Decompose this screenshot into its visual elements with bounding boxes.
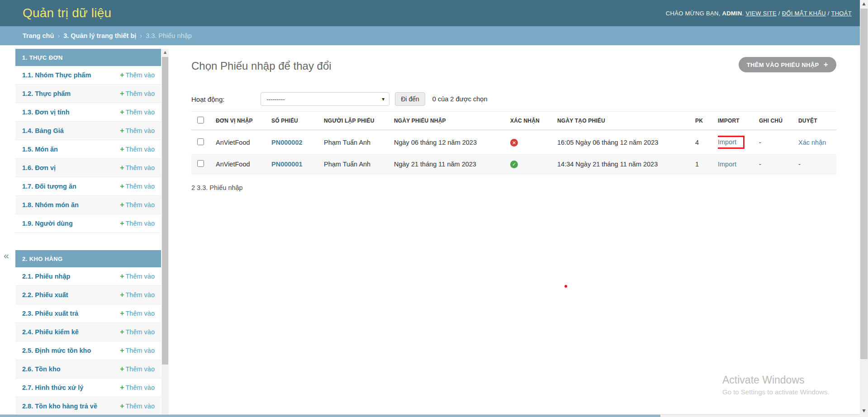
sidebar-add-link[interactable]: +Thêm vào bbox=[120, 90, 155, 98]
sidebar-item-link[interactable]: 1.8. Nhóm món ăn bbox=[22, 201, 79, 208]
sidebar-add-link[interactable]: +Thêm vào bbox=[120, 71, 155, 79]
logout-link[interactable]: THOÁT bbox=[831, 10, 852, 17]
sidebar-add-link[interactable]: +Thêm vào bbox=[120, 145, 155, 153]
sidebar-add-link[interactable]: +Thêm vào bbox=[120, 346, 155, 355]
sidebar-item: 2.3. Phiếu xuất trả +Thêm vào bbox=[15, 304, 161, 323]
plus-icon: + bbox=[120, 328, 124, 336]
cell-pk: 1 bbox=[695, 155, 718, 174]
sidebar-item: 2.8. Tồn kho hàng trả về +Thêm vào bbox=[15, 397, 161, 416]
sidebar-add-link[interactable]: +Thêm vào bbox=[120, 219, 155, 227]
sidebar-item-link[interactable]: 1.6. Đơn vị bbox=[22, 164, 56, 171]
sidebar-item-link[interactable]: 1.1. Nhóm Thực phẩm bbox=[22, 71, 91, 79]
plus-icon: + bbox=[120, 127, 124, 134]
breadcrumb-separator: › bbox=[57, 32, 60, 39]
add-phieu-nhap-button[interactable]: THÊM VÀO PHIẾU NHẬP + bbox=[739, 57, 836, 72]
sidebar-scrollbar[interactable]: ▲ bbox=[161, 49, 169, 414]
select-all-checkbox[interactable] bbox=[197, 117, 204, 123]
plus-icon: + bbox=[120, 272, 124, 280]
sidebar-scrollbar-thumb[interactable] bbox=[162, 57, 168, 365]
sidebar-add-link[interactable]: +Thêm vào bbox=[120, 182, 155, 190]
sidebar-section-kho-hang[interactable]: 2. KHO HÀNG bbox=[15, 250, 161, 267]
view-site-link[interactable]: VIEW SITE bbox=[745, 10, 776, 17]
breadcrumb-current: 3.3. Phiếu nhập bbox=[146, 32, 192, 39]
sidebar-item-link[interactable]: 1.4. Bảng Giá bbox=[22, 127, 64, 134]
separator: / bbox=[778, 10, 780, 17]
page-horizontal-scrollbar[interactable] bbox=[0, 414, 860, 417]
page-vertical-scrollbar[interactable]: ▲ ▼ bbox=[860, 0, 868, 414]
sidebar-add-link[interactable]: +Thêm vào bbox=[120, 164, 155, 172]
sidebar-item-link[interactable]: 2.8. Tồn kho hàng trả về bbox=[22, 403, 97, 410]
sidebar-item-link[interactable]: 2.5. Định mức tồn kho bbox=[22, 347, 91, 354]
row-checkbox[interactable] bbox=[197, 160, 204, 167]
sidebar-item: 2.7. Hình thức xử lý +Thêm vào bbox=[15, 379, 161, 397]
result-count-footer: 2 3.3. Phiếu nhập bbox=[191, 184, 860, 191]
sidebar-item: 1.7. Đối tượng ăn +Thêm vào bbox=[15, 177, 161, 196]
sidebar-add-link[interactable]: +Thêm vào bbox=[120, 272, 155, 280]
sidebar-item: 2.1. Phiếu nhập +Thêm vào bbox=[15, 267, 161, 286]
sidebar-add-link[interactable]: +Thêm vào bbox=[120, 384, 155, 392]
xac-nhan-link[interactable]: Xác nhận bbox=[798, 139, 826, 146]
sidebar-add-link[interactable]: +Thêm vào bbox=[120, 127, 155, 135]
breadcrumb-home-link[interactable]: Trang chủ bbox=[23, 32, 54, 39]
plus-icon: + bbox=[120, 365, 124, 373]
sidebar-add-link[interactable]: +Thêm vào bbox=[120, 328, 155, 336]
sidebar-item-link[interactable]: 2.4. Phiếu kiểm kê bbox=[22, 328, 79, 336]
sidebar-item-link[interactable]: 1.5. Món ăn bbox=[22, 146, 58, 153]
sidebar-item-link[interactable]: 2.7. Hình thức xử lý bbox=[22, 384, 83, 391]
import-link[interactable]: Import bbox=[718, 138, 736, 146]
col-xac-nhan[interactable]: XÁC NHẬN bbox=[510, 112, 557, 130]
chevron-down-icon: ▾ bbox=[382, 96, 384, 102]
sidebar-add-link[interactable]: +Thêm vào bbox=[120, 309, 155, 317]
sidebar-add-link[interactable]: +Thêm vào bbox=[120, 108, 155, 116]
plus-icon: + bbox=[120, 182, 124, 190]
cell-pk: 4 bbox=[695, 130, 718, 155]
col-ghi-chu[interactable]: GHI CHÚ bbox=[759, 112, 798, 130]
col-duyet[interactable]: DUYỆT bbox=[798, 112, 836, 130]
cell-nguoi-lap-phieu: Phạm Tuấn Anh bbox=[324, 155, 394, 174]
scroll-down-icon[interactable]: ▼ bbox=[860, 407, 868, 414]
scroll-up-icon[interactable]: ▲ bbox=[860, 0, 868, 7]
sidebar-item-link[interactable]: 1.9. Người dùng bbox=[22, 220, 73, 227]
table-row: AnVietFood PN000002 Phạm Tuấn Anh Ngày 0… bbox=[191, 130, 836, 155]
col-import[interactable]: IMPORT bbox=[718, 112, 759, 130]
change-password-link[interactable]: ĐỔI MẬT KHẨU bbox=[782, 10, 826, 17]
col-so-phieu[interactable]: SỐ PHIẾU bbox=[271, 112, 324, 130]
so-phieu-link[interactable]: PN000001 bbox=[271, 161, 303, 168]
plus-icon: + bbox=[120, 402, 124, 410]
sidebar-add-link[interactable]: +Thêm vào bbox=[120, 291, 155, 299]
vertical-scrollbar-thumb[interactable] bbox=[860, 9, 868, 359]
sidebar: 1. THỰC ĐƠN 1.1. Nhóm Thực phẩm +Thêm và… bbox=[15, 49, 161, 416]
col-ngay-tao-phieu[interactable]: NGÀY TẠO PHIẾU bbox=[557, 112, 695, 130]
col-ngay-phieu-nhap[interactable]: NGÀY PHIẾU NHẬP bbox=[394, 112, 510, 130]
sidebar-item-link[interactable]: 2.1. Phiếu nhập bbox=[22, 273, 70, 280]
sidebar-add-link[interactable]: +Thêm vào bbox=[120, 402, 155, 410]
breadcrumb-section-link[interactable]: 3. Quản lý trang thiết bị bbox=[63, 32, 136, 39]
action-select[interactable]: --------- ▾ bbox=[261, 92, 389, 106]
col-nguoi-lap-phieu[interactable]: NGƯỜI LẬP PHIẾU bbox=[324, 112, 394, 130]
scroll-up-icon[interactable]: ▲ bbox=[161, 49, 169, 56]
sidebar-item: 2.6. Tồn kho +Thêm vào bbox=[15, 360, 161, 379]
so-phieu-link[interactable]: PN000002 bbox=[271, 139, 303, 146]
sidebar-item-link[interactable]: 1.3. Đơn vị tính bbox=[22, 109, 70, 116]
actions-label: Hoạt động: bbox=[191, 95, 224, 103]
row-checkbox[interactable] bbox=[197, 138, 204, 145]
plus-icon: + bbox=[120, 90, 124, 97]
col-pk[interactable]: PK bbox=[695, 112, 718, 130]
sidebar-item-link[interactable]: 1.2. Thực phẩm bbox=[22, 90, 71, 97]
cell-ngay-phieu-nhap: Ngày 06 tháng 12 năm 2023 bbox=[394, 130, 510, 155]
plus-icon: + bbox=[120, 164, 124, 171]
sidebar-add-link[interactable]: +Thêm vào bbox=[120, 365, 155, 373]
action-select-value: --------- bbox=[266, 96, 285, 103]
status-no-icon: × bbox=[510, 139, 518, 147]
sidebar-add-link[interactable]: +Thêm vào bbox=[120, 201, 155, 209]
sidebar-item-link[interactable]: 1.7. Đối tượng ăn bbox=[22, 183, 76, 190]
sidebar-item-link[interactable]: 2.6. Tồn kho bbox=[22, 365, 61, 373]
import-link[interactable]: Import bbox=[718, 161, 736, 168]
horizontal-scrollbar-thumb[interactable] bbox=[0, 415, 660, 417]
sidebar-item-link[interactable]: 2.2. Phiếu xuất bbox=[22, 291, 68, 299]
sidebar-collapse-icon[interactable]: « bbox=[4, 250, 9, 261]
sidebar-section-thuc-don[interactable]: 1. THỰC ĐƠN bbox=[15, 49, 161, 66]
col-don-vi-nhap[interactable]: ĐƠN VỊ NHẬP bbox=[216, 112, 271, 130]
sidebar-item-link[interactable]: 2.3. Phiếu xuất trả bbox=[22, 310, 78, 317]
go-button[interactable]: Đi đến bbox=[395, 92, 425, 106]
